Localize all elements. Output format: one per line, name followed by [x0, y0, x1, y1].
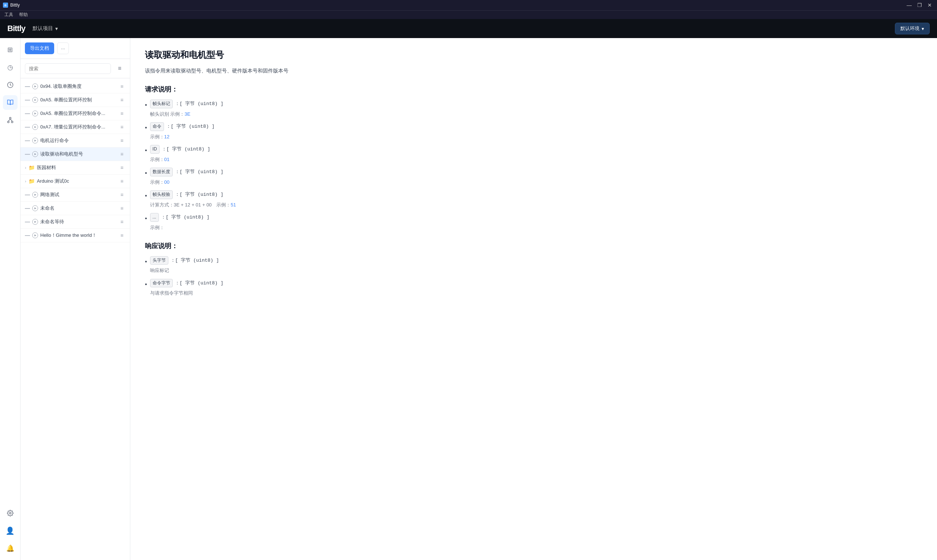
bullet-content: 命令 ：[ 字节 (uint8) ] 示例：12 [150, 122, 215, 140]
folder-icon: 📁 [29, 165, 35, 171]
sidebar-item-settings[interactable] [3, 506, 18, 520]
nav-tree: — 0x94. 读取单圈角度 ≡ — 0xA5. 单圈位置闭环控制 ≡ — 0x… [20, 78, 130, 560]
nav-item-menu-icon[interactable]: ≡ [118, 205, 126, 212]
minimize-button[interactable]: — [905, 1, 914, 9]
bullet-dot: • [145, 280, 147, 289]
nav-item-network[interactable]: — 网络测试 ≡ [20, 188, 130, 202]
request-item-command: • 命令 ：[ 字节 (uint8) ] 示例：12 [145, 122, 922, 140]
sidebar-item-clock[interactable] [3, 78, 18, 92]
menu-bar: 工具 帮助 [0, 10, 937, 19]
bullet-inline: 头字节 ：[ 字节 (uint8) ] [150, 256, 219, 265]
play-icon [32, 151, 38, 157]
svg-point-1 [9, 117, 11, 119]
search-input[interactable] [25, 63, 111, 74]
type-desc: ：[ 字节 (uint8) ] [166, 123, 215, 131]
nav-item-read-driver[interactable]: — 读取驱动和电机型号 ≡ [20, 148, 130, 161]
play-icon [32, 83, 38, 89]
nav-item-menu-icon[interactable]: ≡ [118, 83, 126, 90]
nav-item-0xA5-1[interactable]: — 0xA5. 单圈位置闭环控制 ≡ [20, 93, 130, 107]
tag-badge: 命令字节 [150, 279, 173, 287]
nav-item-label: Arduino 测试0c [37, 178, 116, 185]
type-desc: ：[ 字节 (uint8) ] [161, 214, 210, 222]
more-button[interactable]: ··· [57, 43, 69, 54]
bullet-dot: • [145, 123, 147, 132]
nav-minus-icon: — [25, 232, 30, 238]
bullet-content: ID ：[ 字节 (uint8) ] 示例：01 [150, 145, 211, 163]
play-icon [32, 205, 38, 211]
sidebar-item-book[interactable] [3, 95, 18, 110]
tag-badge: 帧头校验 [150, 190, 173, 199]
example-value: 01 [164, 157, 169, 162]
content-area: 读取驱动和电机型号 该指令用来读取驱动型号、电机型号、硬件版本号和固件版本号 请… [130, 38, 937, 560]
nav-sidebar-header: 导出文档 ··· [20, 38, 130, 59]
nav-item-label: 读取驱动和电机型号 [40, 151, 116, 157]
nav-item-0xA7[interactable]: — 0xA7. 增量位置闭环控制命令... ≡ [20, 120, 130, 134]
sidebar-item-history[interactable]: ◷ [3, 60, 18, 75]
export-button[interactable]: 导出文档 [25, 43, 54, 54]
nav-item-menu-icon[interactable]: ≡ [118, 191, 126, 198]
nav-item-menu-icon[interactable]: ≡ [118, 123, 126, 131]
play-icon [32, 111, 38, 116]
nav-item-menu-icon[interactable]: ≡ [118, 137, 126, 144]
nav-item-0xA5-2[interactable]: — 0xA5. 单圈位置闭环控制命令... ≡ [20, 107, 130, 120]
close-button[interactable]: ✕ [925, 1, 934, 9]
play-icon [32, 219, 38, 225]
bullet-dot: • [145, 146, 147, 155]
nav-minus-icon: — [25, 124, 30, 130]
nav-item-menu-icon[interactable]: ≡ [118, 164, 126, 171]
nav-item-label: 电机运行命令 [40, 137, 116, 144]
tag-badge: 帧头标记 [150, 100, 173, 108]
title-bar-left: B Bittly [3, 3, 20, 8]
nav-item-folder-arduino[interactable]: › 📁 Arduino 测试0c ≡ [20, 175, 130, 188]
env-label: 默认环境 [900, 25, 919, 32]
sidebar-item-nodes[interactable] [3, 113, 18, 128]
play-icon [32, 138, 38, 143]
nav-item-menu-icon[interactable]: ≡ [118, 177, 126, 185]
nav-item-motor[interactable]: — 电机运行命令 ≡ [20, 134, 130, 148]
type-desc: ：[ 字节 (uint8) ] [175, 191, 224, 199]
project-selector[interactable]: 默认项目 ▾ [30, 24, 61, 33]
nav-item-menu-icon[interactable]: ≡ [118, 96, 126, 103]
nav-minus-icon: — [25, 151, 30, 157]
nav-item-label: 0xA5. 单圈位置闭环控制命令... [40, 110, 116, 117]
example-value: 12 [164, 134, 169, 140]
doc-title: 读取驱动和电机型号 [145, 49, 922, 61]
sidebar-item-notification[interactable]: 🔔 [3, 541, 18, 555]
app-header: Bittly 默认项目 ▾ 默认环境 ▾ [0, 19, 937, 38]
response-item-header-byte: • 头字节 ：[ 字节 (uint8) ] 响应标记 [145, 256, 922, 274]
bullet-content: 头字节 ：[ 字节 (uint8) ] 响应标记 [150, 256, 219, 274]
response-item-command-byte: • 命令字节 ：[ 字节 (uint8) ] 与请求指令字节相同 [145, 279, 922, 297]
bullet-inline: 命令字节 ：[ 字节 (uint8) ] [150, 279, 224, 287]
nav-item-menu-icon[interactable]: ≡ [118, 151, 126, 158]
request-section: 请求说明： • 帧头标记 ：[ 字节 (uint8) ] 帧头识别 示例：3E [145, 85, 922, 231]
bullet-content: 帧头校验 ：[ 字节 (uint8) ] 计算方式：3E + 12 + 01 +… [150, 190, 236, 209]
project-chevron-icon: ▾ [55, 26, 58, 31]
nav-item-unnamed2[interactable]: — 未命名等待 ≡ [20, 215, 130, 229]
env-button[interactable]: 默认环境 ▾ [895, 23, 930, 34]
nav-chevron-icon: › [25, 179, 26, 183]
filter-icon[interactable]: ≡ [114, 63, 126, 74]
nav-chevron-icon: › [25, 165, 26, 170]
nav-item-folder-medical[interactable]: › 📁 医园材料 ≡ [20, 161, 130, 175]
nav-item-menu-icon[interactable]: ≡ [118, 110, 126, 117]
sidebar-item-panel[interactable]: ⊞ [3, 43, 18, 57]
bullet-content: 帧头标记 ：[ 字节 (uint8) ] 帧头识别 示例：3E [150, 100, 224, 118]
nav-item-hello-gimme[interactable]: — Hello！Gimme the world！ ≡ [20, 229, 130, 242]
bullet-inline: 帧头标记 ：[ 字节 (uint8) ] [150, 100, 224, 108]
sub-text: 示例：01 [150, 156, 211, 164]
icon-sidebar: ⊞ ◷ 👤 🔔 [0, 38, 20, 560]
nav-item-0x94[interactable]: — 0x94. 读取单圈角度 ≡ [20, 80, 130, 93]
icon-sidebar-bottom: 👤 🔔 [3, 506, 18, 555]
maximize-button[interactable]: ❐ [915, 1, 924, 9]
nav-item-menu-icon[interactable]: ≡ [118, 232, 126, 239]
nav-item-label: 0xA7. 增量位置闭环控制命令... [40, 124, 116, 130]
menu-help[interactable]: 帮助 [19, 12, 28, 18]
menu-tools[interactable]: 工具 [5, 12, 13, 18]
app-title: Bittly [10, 3, 20, 8]
nav-item-menu-icon[interactable]: ≡ [118, 218, 126, 225]
nav-item-unnamed1[interactable]: — 未命名 ≡ [20, 202, 130, 215]
sub-text: 示例： [150, 224, 210, 232]
doc-description: 该指令用来读取驱动型号、电机型号、硬件版本号和固件版本号 [145, 67, 922, 75]
request-item-checksum: • 帧头校验 ：[ 字节 (uint8) ] 计算方式：3E + 12 + 01… [145, 190, 922, 209]
sidebar-item-avatar[interactable]: 👤 [3, 523, 18, 538]
